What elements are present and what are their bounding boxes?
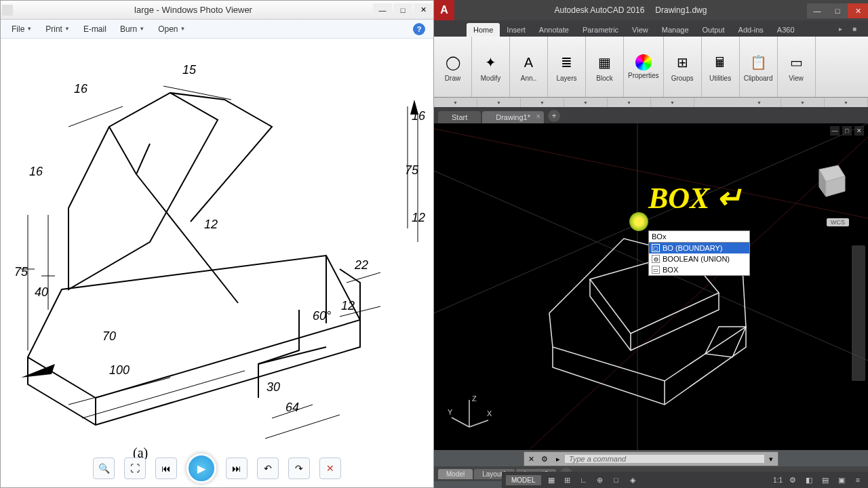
layers-icon: ≣ [556,52,578,73]
rotate-ccw-button[interactable]: ↶ [257,458,279,479]
status-scale[interactable]: 1:1 [773,476,783,484]
gear-icon[interactable]: ⚙ [787,474,799,486]
osnap-toggle-icon[interactable]: □ [610,474,623,486]
hardware-accel-icon[interactable]: ▤ [819,474,831,486]
cmdline-prompt-icon: ▸ [551,455,565,464]
expand-ann[interactable] [521,98,564,107]
tab-view[interactable]: View [625,23,655,37]
expand-clipboard[interactable] [781,98,825,107]
dim-12a: 12 [204,218,218,231]
cmdline-input[interactable]: Type a command [565,455,764,463]
dim-100: 100 [109,363,130,377]
drawing-viewport[interactable]: — □ ✕ [434,123,868,450]
ac-close-button[interactable]: ✕ [848,3,868,18]
cmdline-dropdown-icon[interactable]: ▾ [764,455,778,464]
dim-22: 22 [354,258,368,272]
tab-parametric[interactable]: Parametric [576,23,625,37]
expand-utilities[interactable] [738,98,781,107]
dynamic-input[interactable]: BOx [649,231,749,243]
tab-home[interactable]: Home [467,23,500,37]
clean-screen-icon[interactable]: ▣ [835,474,848,486]
maximize-button[interactable]: □ [393,3,412,17]
menu-open[interactable]: Open▼ [151,24,192,34]
cmdline-customize-icon[interactable]: ⚙ [538,455,551,464]
viewcube[interactable] [806,157,850,202]
ribbon-panel: ◯Draw ✦Modify AAnn.. ≣Layers ▦Block Prop… [434,37,868,98]
menu-print[interactable]: Print▼ [39,24,77,34]
panel-clipboard[interactable]: 📋Clipboard [740,37,778,97]
menu-email[interactable]: E-mail [77,24,113,34]
rotate-cw-button[interactable]: ↷ [288,458,310,479]
wcs-label[interactable]: WCS [827,218,849,226]
panel-utilities[interactable]: 🖩Utilities [702,37,740,97]
tab-a360[interactable]: A360 [770,23,802,37]
panel-properties[interactable]: Properties [624,37,664,97]
ucs-icon: Z Y X [445,394,492,439]
dim-16b: 16 [29,165,43,178]
panel-view[interactable]: ▭View [778,37,816,97]
panel-layers[interactable]: ≣Layers [548,37,586,97]
ribbon-collapse-icon[interactable]: ■ [852,25,862,35]
delete-button[interactable]: ✕ [319,458,341,479]
ac-maximize-button[interactable]: □ [827,3,848,18]
filetab-drawing1[interactable]: Drawing1*✕ [482,111,544,123]
isolate-icon[interactable]: ◧ [803,474,815,486]
panel-block[interactable]: ▦Block [586,37,624,97]
slideshow-button[interactable]: ▶ [186,453,216,483]
layouttab-model[interactable]: Model [438,469,473,479]
photo-viewer-window: large - Windows Photo Viewer — □ ✕ File▼… [0,0,434,488]
close-button[interactable]: ✕ [414,3,433,17]
menu-file[interactable]: File▼ [5,24,39,34]
properties-icon [635,54,652,70]
autocad-logo-icon[interactable]: A [434,0,454,20]
pv-titlebar: large - Windows Photo Viewer — □ ✕ [1,1,433,20]
menu-burn[interactable]: Burn▼ [113,24,151,34]
dim-12c: 12 [412,211,425,224]
dim-30: 30 [267,380,280,394]
tab-manage[interactable]: Manage [655,23,696,37]
autocomplete-option-boolean[interactable]: ◍BOOLEAN (UNION) [649,253,749,264]
command-line[interactable]: ✕ ⚙ ▸ Type a command ▾ [524,451,778,466]
filetab-close-icon[interactable]: ✕ [536,113,541,120]
filetab-add-button[interactable]: + [548,110,560,122]
panel-annotation[interactable]: AAnn.. [510,37,548,97]
expand-draw[interactable] [434,98,477,107]
dim-70: 70 [102,329,116,343]
cmdline-close-icon[interactable]: ✕ [524,455,538,464]
expand-modify[interactable] [477,98,521,107]
help-icon[interactable]: ? [413,23,425,35]
panel-groups[interactable]: ⊞Groups [664,37,702,97]
status-model-button[interactable]: MODEL [506,475,541,485]
panel-draw[interactable]: ◯Draw [434,37,472,97]
autocomplete-option-boundary[interactable]: ▢BO (BOUNDARY) [649,243,749,253]
expand-view[interactable] [825,98,868,107]
expand-properties[interactable] [651,98,694,107]
ortho-toggle-icon[interactable]: ∟ [578,474,590,486]
file-tabs: Start Drawing1*✕ + [434,107,868,123]
filetab-start[interactable]: Start [438,111,481,123]
grid-toggle-icon[interactable]: ▦ [545,474,557,486]
cursor-highlight-icon [629,212,648,231]
snap-toggle-icon[interactable]: ⊞ [561,474,574,486]
expand-block[interactable] [608,98,651,107]
tab-annotate[interactable]: Annotate [532,23,576,37]
fit-button[interactable]: ⛶ [124,458,146,479]
tab-addins[interactable]: Add-ins [732,23,770,37]
prev-button[interactable]: ⏮ [155,458,177,479]
autocomplete-option-box[interactable]: ▭BOX [649,264,749,275]
ac-minimize-button[interactable]: — [807,3,827,18]
ribbon-play-icon[interactable]: ▸ [839,25,848,35]
tab-insert[interactable]: Insert [500,23,532,37]
customize-status-icon[interactable]: ≡ [852,474,864,486]
status-bar: MODEL ▦ ⊞ ∟ ⊕ □ ◈ 1:1 ⚙ ◧ ▤ ▣ ≡ [502,472,868,488]
autocad-window: A Autodesk AutoCAD 2016 Drawing1.dwg — □… [434,0,868,488]
next-button[interactable]: ⏭ [226,458,248,479]
zoom-button[interactable]: 🔍 [93,458,115,479]
minimize-button[interactable]: — [373,3,392,17]
isoplane-icon[interactable]: ◈ [627,474,639,486]
expand-layers[interactable] [564,98,608,107]
polar-toggle-icon[interactable]: ⊕ [594,474,606,486]
tab-output[interactable]: Output [696,23,732,37]
panel-modify[interactable]: ✦Modify [472,37,510,97]
navigation-bar[interactable] [852,245,865,381]
